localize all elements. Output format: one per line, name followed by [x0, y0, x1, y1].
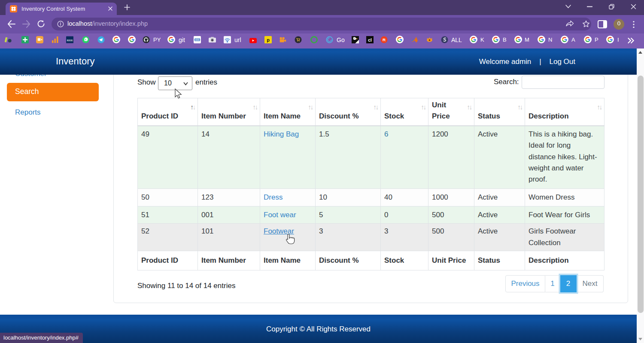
- svg-text:cl: cl: [368, 38, 372, 42]
- svg-text:R: R: [383, 37, 386, 42]
- svg-text:IEEE: IEEE: [67, 39, 73, 42]
- svg-text:p: p: [267, 37, 270, 42]
